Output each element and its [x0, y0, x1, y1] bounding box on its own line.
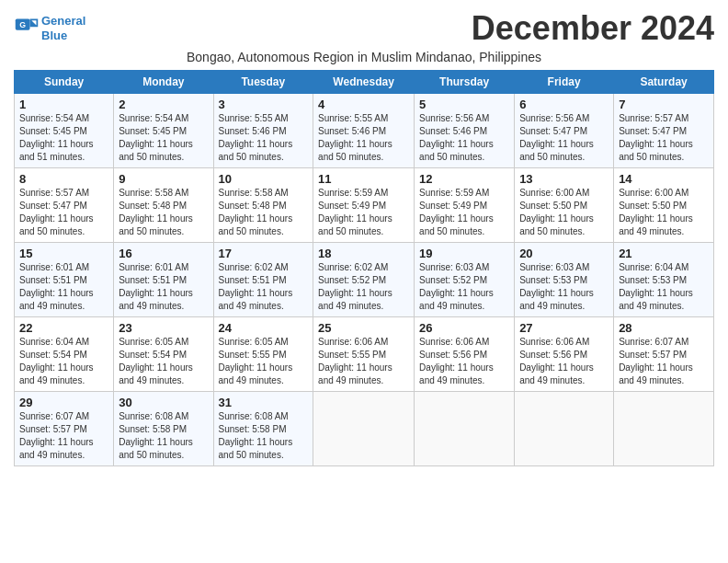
day-number: 21 [619, 247, 709, 260]
day-number: 11 [318, 172, 409, 186]
day-info: Sunrise: 5:58 AMSunset: 5:48 PMDaylight:… [119, 188, 193, 236]
calendar-day-cell[interactable]: 19 Sunrise: 6:03 AMSunset: 5:52 PMDaylig… [415, 243, 515, 317]
logo-blue: Blue [41, 29, 67, 42]
logo: G General Blue [14, 14, 85, 42]
weekday-header-cell: Thursday [415, 71, 515, 94]
calendar-day-cell[interactable] [313, 392, 415, 466]
calendar-day-cell[interactable]: 4 Sunrise: 5:55 AMSunset: 5:46 PMDayligh… [313, 94, 415, 168]
day-info: Sunrise: 5:54 AMSunset: 5:45 PMDaylight:… [119, 113, 193, 162]
day-info: Sunrise: 6:04 AMSunset: 5:53 PMDaylight:… [619, 262, 693, 311]
calendar-day-cell[interactable]: 27 Sunrise: 6:06 AMSunset: 5:56 PMDaylig… [515, 317, 614, 392]
day-info: Sunrise: 6:00 AMSunset: 5:50 PMDaylight:… [519, 188, 594, 236]
day-number: 20 [519, 247, 609, 260]
calendar-day-cell[interactable]: 17 Sunrise: 6:02 AMSunset: 5:51 PMDaylig… [213, 243, 313, 317]
day-info: Sunrise: 6:07 AMSunset: 5:57 PMDaylight:… [19, 411, 94, 460]
day-number: 12 [419, 172, 509, 186]
calendar-day-cell[interactable] [515, 392, 614, 466]
day-info: Sunrise: 6:03 AMSunset: 5:53 PMDaylight:… [519, 262, 594, 311]
calendar-day-cell[interactable]: 24 Sunrise: 6:05 AMSunset: 5:55 PMDaylig… [213, 317, 313, 392]
day-number: 29 [19, 396, 108, 409]
calendar-day-cell[interactable]: 25 Sunrise: 6:06 AMSunset: 5:55 PMDaylig… [313, 317, 415, 392]
calendar-week-row: 1 Sunrise: 5:54 AMSunset: 5:45 PMDayligh… [15, 94, 714, 168]
day-info: Sunrise: 6:08 AMSunset: 5:58 PMDaylight:… [119, 411, 193, 460]
calendar-day-cell[interactable] [415, 392, 515, 466]
day-info: Sunrise: 6:03 AMSunset: 5:52 PMDaylight:… [419, 262, 494, 311]
weekday-header-cell: Wednesday [313, 71, 415, 94]
day-number: 7 [619, 98, 709, 111]
day-info: Sunrise: 5:57 AMSunset: 5:47 PMDaylight:… [19, 188, 94, 236]
calendar-week-row: 15 Sunrise: 6:01 AMSunset: 5:51 PMDaylig… [15, 243, 714, 317]
day-info: Sunrise: 6:05 AMSunset: 5:55 PMDaylight:… [219, 337, 293, 385]
calendar-day-cell[interactable]: 9 Sunrise: 5:58 AMSunset: 5:48 PMDayligh… [114, 168, 213, 243]
calendar-day-cell[interactable]: 5 Sunrise: 5:56 AMSunset: 5:46 PMDayligh… [415, 94, 515, 168]
day-number: 26 [419, 321, 509, 335]
weekday-header-cell: Friday [515, 71, 614, 94]
calendar-day-cell[interactable]: 10 Sunrise: 5:58 AMSunset: 5:48 PMDaylig… [213, 168, 313, 243]
day-number: 9 [119, 172, 208, 186]
weekday-header-cell: Sunday [15, 71, 114, 94]
day-info: Sunrise: 6:05 AMSunset: 5:54 PMDaylight:… [119, 337, 193, 385]
day-info: Sunrise: 6:02 AMSunset: 5:52 PMDaylight:… [318, 262, 392, 311]
calendar-day-cell[interactable]: 8 Sunrise: 5:57 AMSunset: 5:47 PMDayligh… [15, 168, 114, 243]
day-info: Sunrise: 5:56 AMSunset: 5:46 PMDaylight:… [419, 113, 494, 162]
day-number: 19 [419, 247, 509, 260]
day-info: Sunrise: 5:54 AMSunset: 5:45 PMDaylight:… [19, 113, 94, 162]
day-info: Sunrise: 5:59 AMSunset: 5:49 PMDaylight:… [419, 188, 494, 236]
day-info: Sunrise: 5:58 AMSunset: 5:48 PMDaylight:… [219, 188, 293, 236]
day-info: Sunrise: 5:59 AMSunset: 5:49 PMDaylight:… [318, 188, 392, 236]
calendar-day-cell[interactable]: 21 Sunrise: 6:04 AMSunset: 5:53 PMDaylig… [614, 243, 714, 317]
logo-icon: G [14, 16, 40, 41]
calendar-week-row: 8 Sunrise: 5:57 AMSunset: 5:47 PMDayligh… [15, 168, 714, 243]
calendar-day-cell[interactable]: 13 Sunrise: 6:00 AMSunset: 5:50 PMDaylig… [515, 168, 614, 243]
day-number: 22 [19, 321, 108, 335]
calendar-day-cell[interactable] [614, 392, 714, 466]
day-info: Sunrise: 6:06 AMSunset: 5:56 PMDaylight:… [419, 337, 494, 385]
calendar-day-cell[interactable]: 2 Sunrise: 5:54 AMSunset: 5:45 PMDayligh… [114, 94, 213, 168]
day-info: Sunrise: 5:55 AMSunset: 5:46 PMDaylight:… [318, 113, 392, 162]
logo-general: General [41, 14, 85, 28]
day-number: 27 [519, 321, 609, 335]
day-number: 18 [318, 247, 409, 260]
calendar-day-cell[interactable]: 11 Sunrise: 5:59 AMSunset: 5:49 PMDaylig… [313, 168, 415, 243]
day-info: Sunrise: 5:55 AMSunset: 5:46 PMDaylight:… [219, 113, 293, 162]
page-header: G General Blue December 2024 [14, 9, 714, 48]
calendar-day-cell[interactable]: 1 Sunrise: 5:54 AMSunset: 5:45 PMDayligh… [15, 94, 114, 168]
day-number: 15 [19, 247, 108, 260]
calendar-day-cell[interactable]: 18 Sunrise: 6:02 AMSunset: 5:52 PMDaylig… [313, 243, 415, 317]
calendar-day-cell[interactable]: 31 Sunrise: 6:08 AMSunset: 5:58 PMDaylig… [213, 392, 313, 466]
day-number: 1 [19, 98, 108, 111]
calendar-day-cell[interactable]: 23 Sunrise: 6:05 AMSunset: 5:54 PMDaylig… [114, 317, 213, 392]
day-number: 23 [119, 321, 208, 335]
calendar-day-cell[interactable]: 6 Sunrise: 5:56 AMSunset: 5:47 PMDayligh… [515, 94, 614, 168]
day-info: Sunrise: 6:08 AMSunset: 5:58 PMDaylight:… [219, 411, 293, 460]
calendar-day-cell[interactable]: 29 Sunrise: 6:07 AMSunset: 5:57 PMDaylig… [15, 392, 114, 466]
day-number: 14 [619, 172, 709, 186]
calendar-week-row: 29 Sunrise: 6:07 AMSunset: 5:57 PMDaylig… [15, 392, 714, 466]
calendar-day-cell[interactable]: 7 Sunrise: 5:57 AMSunset: 5:47 PMDayligh… [614, 94, 714, 168]
day-info: Sunrise: 6:07 AMSunset: 5:57 PMDaylight:… [619, 337, 693, 385]
day-number: 24 [219, 321, 309, 335]
weekday-header-cell: Tuesday [213, 71, 313, 94]
day-number: 31 [219, 396, 309, 409]
svg-text:G: G [19, 20, 26, 29]
day-number: 25 [318, 321, 409, 335]
day-number: 6 [519, 98, 609, 111]
month-title: December 2024 [472, 9, 714, 48]
calendar-day-cell[interactable]: 22 Sunrise: 6:04 AMSunset: 5:54 PMDaylig… [15, 317, 114, 392]
day-info: Sunrise: 6:01 AMSunset: 5:51 PMDaylight:… [119, 262, 193, 311]
location-subtitle: Bongao, Autonomous Region in Muslim Mind… [14, 50, 714, 64]
day-number: 3 [219, 98, 309, 111]
calendar-day-cell[interactable]: 3 Sunrise: 5:55 AMSunset: 5:46 PMDayligh… [213, 94, 313, 168]
day-info: Sunrise: 5:57 AMSunset: 5:47 PMDaylight:… [619, 113, 693, 162]
calendar-day-cell[interactable]: 15 Sunrise: 6:01 AMSunset: 5:51 PMDaylig… [15, 243, 114, 317]
calendar-day-cell[interactable]: 16 Sunrise: 6:01 AMSunset: 5:51 PMDaylig… [114, 243, 213, 317]
calendar-day-cell[interactable]: 28 Sunrise: 6:07 AMSunset: 5:57 PMDaylig… [614, 317, 714, 392]
calendar-day-cell[interactable]: 12 Sunrise: 5:59 AMSunset: 5:49 PMDaylig… [415, 168, 515, 243]
day-number: 5 [419, 98, 509, 111]
day-info: Sunrise: 6:06 AMSunset: 5:56 PMDaylight:… [519, 337, 594, 385]
calendar-day-cell[interactable]: 20 Sunrise: 6:03 AMSunset: 5:53 PMDaylig… [515, 243, 614, 317]
calendar-day-cell[interactable]: 14 Sunrise: 6:00 AMSunset: 5:50 PMDaylig… [614, 168, 714, 243]
calendar-table: SundayMondayTuesdayWednesdayThursdayFrid… [14, 70, 714, 466]
calendar-day-cell[interactable]: 26 Sunrise: 6:06 AMSunset: 5:56 PMDaylig… [415, 317, 515, 392]
calendar-day-cell[interactable]: 30 Sunrise: 6:08 AMSunset: 5:58 PMDaylig… [114, 392, 213, 466]
